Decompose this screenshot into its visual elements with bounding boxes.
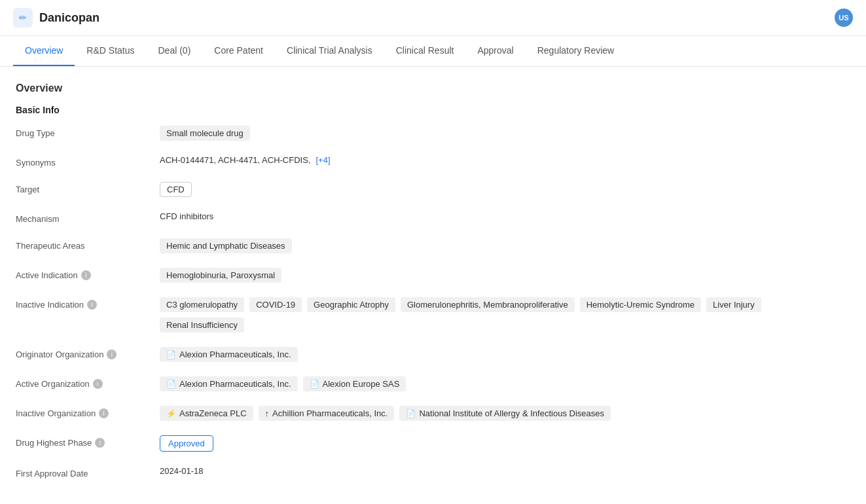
originator-row: Originator Organization i 📄 Alexion Phar… xyxy=(16,347,850,362)
inactive-org-chip-2: ↑ Achillion Pharmaceuticals, Inc. xyxy=(259,406,395,421)
mechanism-text: CFD inhibitors xyxy=(160,211,213,221)
active-org-chip-2: 📄 Alexion Europe SAS xyxy=(303,376,406,391)
mechanism-label: Mechanism xyxy=(16,211,160,224)
originator-doc-icon: 📄 xyxy=(166,350,176,359)
active-org-label: Active Organization i xyxy=(16,376,160,389)
synonyms-value: ACH-0144471, ACH-4471, ACH-CFDIS, [+4] xyxy=(160,155,850,165)
basic-info-title: Basic Info xyxy=(16,105,850,115)
drug-phase-info-icon[interactable]: i xyxy=(95,438,105,448)
inactive-indication-label: Inactive Indication i xyxy=(16,297,160,310)
app-icon: ✏ xyxy=(13,8,33,27)
therapeutic-value: Hemic and Lymphatic Diseases xyxy=(160,238,850,253)
inactive-org-chip-1: ⚡ AstraZeneca PLC xyxy=(160,406,253,421)
synonyms-row: Synonyms ACH-0144471, ACH-4471, ACH-CFDI… xyxy=(16,155,850,168)
active-indication-info-icon[interactable]: i xyxy=(81,270,91,280)
active-org-row: Active Organization i 📄 Alexion Pharmace… xyxy=(16,376,850,391)
active-orgs-list: 📄 Alexion Pharmaceuticals, Inc. 📄 Alexio… xyxy=(160,376,850,391)
inactive-org-chip-3: 📄 National Institute of Allergy & Infect… xyxy=(399,406,611,421)
first-approval-label: First Approval Date xyxy=(16,466,160,478)
inactive-indication-chip-5: Hemolytic-Uremic Syndrome xyxy=(580,297,701,312)
inactive-indication-row: Inactive Indication i C3 glomerulopathy … xyxy=(16,297,850,333)
target-chip[interactable]: CFD xyxy=(160,182,192,197)
app-header: ✏ Danicopan US xyxy=(0,0,866,36)
active-indication-row: Active Indication i Hemoglobinuria, Paro… xyxy=(16,268,850,283)
first-approval-date: 2024-01-18 xyxy=(160,466,204,476)
inactive-indication-info-icon[interactable]: i xyxy=(87,300,97,310)
inactive-indications-list: C3 glomerulopathy COVID-19 Geographic At… xyxy=(160,297,850,333)
app-title-area: ✏ Danicopan xyxy=(13,8,99,27)
first-approval-row: First Approval Date 2024-01-18 xyxy=(16,466,850,478)
drug-type-label: Drug Type xyxy=(16,126,160,138)
tab-overview[interactable]: Overview xyxy=(13,36,75,66)
inactive-indication-chip-3: Geographic Atrophy xyxy=(307,297,395,312)
synonyms-text: ACH-0144471, ACH-4471, ACH-CFDIS, xyxy=(160,155,310,165)
mechanism-row: Mechanism CFD inhibitors xyxy=(16,211,850,224)
nav-tabs: Overview R&D Status Deal (0) Core Patent… xyxy=(0,36,866,67)
inactive-indication-chip-6: Liver Injury xyxy=(706,297,761,312)
target-row: Target CFD xyxy=(16,182,850,197)
tab-clinical-result[interactable]: Clinical Result xyxy=(384,36,466,66)
active-indication-value: Hemoglobinuria, Paroxysmal xyxy=(160,268,850,283)
tab-regulatory-review[interactable]: Regulatory Review xyxy=(526,36,626,66)
active-org-doc-icon-2: 📄 xyxy=(310,380,319,389)
inactive-org-row: Inactive Organization i ⚡ AstraZeneca PL… xyxy=(16,406,850,421)
astrazeneca-icon: ⚡ xyxy=(166,409,176,418)
drug-type-value: Small molecule drug xyxy=(160,126,850,141)
active-org-chip-1: 📄 Alexion Pharmaceuticals, Inc. xyxy=(160,376,298,391)
drug-type-row: Drug Type Small molecule drug xyxy=(16,126,850,141)
inactive-org-label: Inactive Organization i xyxy=(16,406,160,418)
therapeutic-row: Therapeutic Areas Hemic and Lymphatic Di… xyxy=(16,238,850,253)
inactive-orgs-list: ⚡ AstraZeneca PLC ↑ Achillion Pharmaceut… xyxy=(160,406,850,421)
tab-core-patent[interactable]: Core Patent xyxy=(202,36,275,66)
target-label: Target xyxy=(16,182,160,194)
tab-deal[interactable]: Deal (0) xyxy=(147,36,203,66)
active-indication-chip: Hemoglobinuria, Paroxysmal xyxy=(160,268,281,283)
drug-type-chip: Small molecule drug xyxy=(160,126,250,141)
achillion-icon: ↑ xyxy=(265,408,270,418)
therapeutic-chip: Hemic and Lymphatic Diseases xyxy=(160,238,292,253)
inactive-org-info-icon[interactable]: i xyxy=(99,408,109,418)
tab-rd-status[interactable]: R&D Status xyxy=(75,36,146,66)
drug-phase-row: Drug Highest Phase i Approved xyxy=(16,435,850,452)
active-org-doc-icon-1: 📄 xyxy=(166,380,176,389)
tab-clinical-trial-analysis[interactable]: Clinical Trial Analysis xyxy=(275,36,384,66)
originator-info-icon[interactable]: i xyxy=(107,350,117,359)
active-org-info-icon[interactable]: i xyxy=(93,379,103,389)
originator-label: Originator Organization i xyxy=(16,347,160,359)
inactive-indication-chip-4: Glomerulonephritis, Membranoproliferativ… xyxy=(401,297,575,312)
active-indication-label: Active Indication i xyxy=(16,268,160,280)
originator-value: 📄 Alexion Pharmaceuticals, Inc. xyxy=(160,347,850,362)
drug-phase-label: Drug Highest Phase i xyxy=(16,435,160,448)
originator-chip: 📄 Alexion Pharmaceuticals, Inc. xyxy=(160,347,298,362)
main-content: Overview Basic Info Drug Type Small mole… xyxy=(0,67,866,504)
section-title: Overview xyxy=(16,82,850,94)
synonyms-label: Synonyms xyxy=(16,155,160,168)
inactive-indication-chip-1: C3 glomerulopathy xyxy=(160,297,244,312)
app-title: Danicopan xyxy=(39,11,99,25)
therapeutic-label: Therapeutic Areas xyxy=(16,238,160,251)
first-approval-value: 2024-01-18 xyxy=(160,466,850,476)
user-badge[interactable]: US xyxy=(835,9,853,27)
drug-phase-value: Approved xyxy=(160,435,850,452)
mechanism-value: CFD inhibitors xyxy=(160,211,850,221)
inactive-indication-chip-2: COVID-19 xyxy=(249,297,302,312)
tab-approval[interactable]: Approval xyxy=(465,36,525,66)
synonyms-more-link[interactable]: [+4] xyxy=(316,155,330,165)
inactive-indication-chip-7: Renal Insufficiency xyxy=(160,317,244,333)
niaid-icon: 📄 xyxy=(406,409,416,418)
approved-badge: Approved xyxy=(160,435,213,452)
target-value: CFD xyxy=(160,182,850,197)
